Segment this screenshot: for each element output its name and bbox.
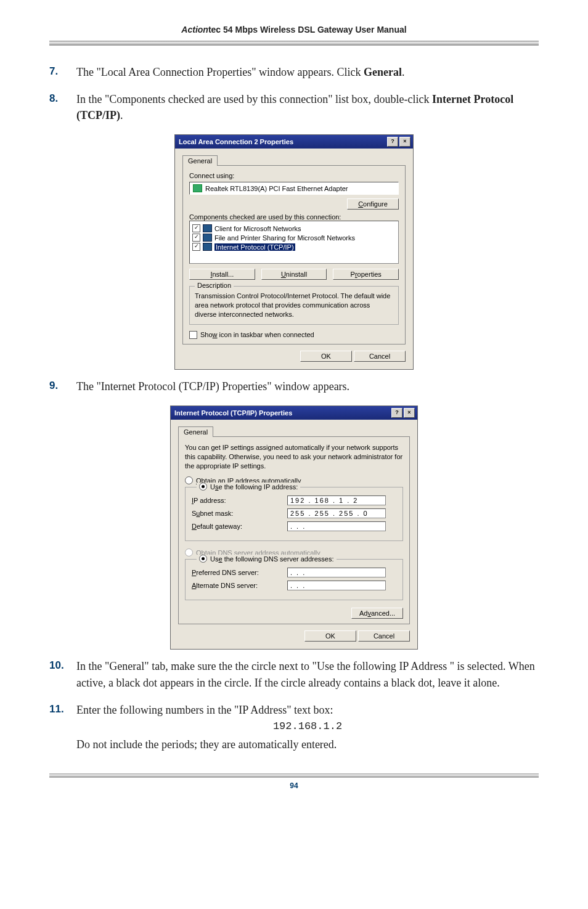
adapter-icon (193, 184, 202, 192)
ip-code: 192.168.1.2 (76, 719, 539, 735)
footer-divider (49, 773, 539, 778)
step-11: 11. Enter the following numbers in the "… (49, 702, 539, 753)
dialog-title: Local Area Connection 2 Properties (179, 138, 386, 145)
step-number: 10. (49, 658, 76, 690)
dialog-title: Internet Protocol (TCP/IP) Properties (174, 409, 390, 417)
advanced-button[interactable]: Advanced... (351, 608, 403, 619)
group-title: Description (195, 282, 234, 289)
adapter-field: Realtek RTL8139(A) PCI Fast Ethernet Ada… (189, 182, 399, 195)
preferred-dns-input[interactable]: . . . (287, 568, 386, 577)
step-number: 11. (49, 702, 76, 753)
checkbox-icon[interactable] (189, 331, 197, 339)
configure-button[interactable]: Configure (347, 198, 399, 210)
lan-properties-dialog: Local Area Connection 2 Properties ? × G… (174, 134, 414, 370)
tcpip-selected: Internet Protocol (TCP/IP) (214, 243, 295, 251)
install-button[interactable]: Install... (189, 269, 255, 280)
description-text: Transmission Control Protocol/Internet P… (195, 291, 393, 319)
step-8: 8. In the "Components checked are used b… (49, 91, 539, 123)
ip-address-input[interactable]: 192 . 168 . 1 . 2 (287, 495, 386, 505)
tcpip-properties-dialog: Internet Protocol (TCP/IP) Properties ? … (170, 406, 418, 650)
step-number: 7. (49, 64, 76, 80)
checkbox-icon[interactable]: ✓ (192, 243, 200, 251)
tcpip-icon (203, 243, 212, 251)
titlebar: Internet Protocol (TCP/IP) Properties ? … (171, 406, 417, 420)
step-number: 8. (49, 91, 76, 123)
header-suffix: tec 54 Mbps Wireless DSL Gateway User Ma… (208, 25, 407, 35)
step-7: 7. The "Local Area Connection Properties… (49, 64, 539, 80)
step-10: 10. In the "General" tab, make sure the … (49, 658, 539, 690)
help-button[interactable]: ? (391, 408, 402, 418)
components-listbox[interactable]: ✓ Client for Microsoft Networks ✓ File a… (189, 221, 399, 264)
manual-header: Actiontec 54 Mbps Wireless DSL Gateway U… (49, 25, 539, 41)
use-dns-group: Use the following DNS server addresses: … (185, 559, 403, 600)
cancel-button[interactable]: Cancel (354, 351, 406, 362)
ok-button[interactable]: OK (304, 630, 356, 642)
default-gateway-input[interactable]: . . . (287, 521, 386, 531)
brand: Action (181, 25, 208, 35)
step-9: 9. The "Internet Protocol (TCP/IP) Prope… (49, 378, 539, 394)
components-label: Components checked are used by this conn… (189, 213, 399, 221)
alternate-dns-input[interactable]: . . . (287, 581, 386, 590)
list-item[interactable]: ✓ Client for Microsoft Networks (192, 224, 396, 233)
step-body: The "Local Area Connection Properties" w… (76, 64, 539, 80)
radio-icon (185, 548, 193, 556)
subnet-mask-input[interactable]: 255 . 255 . 255 . 0 (287, 508, 386, 518)
uninstall-button[interactable]: Uninstall (261, 269, 327, 280)
sharing-icon (203, 234, 212, 242)
adapter-name: Realtek RTL8139(A) PCI Fast Ethernet Ada… (205, 185, 348, 192)
radio-icon[interactable] (199, 483, 207, 491)
step-number: 9. (49, 378, 76, 394)
close-button[interactable]: × (399, 137, 410, 147)
help-button[interactable]: ? (387, 137, 398, 147)
tab-general[interactable]: General (182, 155, 218, 166)
client-icon (203, 224, 212, 232)
close-button[interactable]: × (404, 408, 415, 418)
step-body: In the "General" tab, make sure the the … (76, 658, 539, 690)
properties-button[interactable]: Properties (333, 269, 399, 280)
step-body: Enter the following numbers in the "IP A… (76, 702, 539, 753)
page-number: 94 (49, 781, 539, 790)
use-ip-group: Use the following IP address: IP address… (185, 487, 403, 541)
ok-button[interactable]: OK (300, 351, 352, 362)
header-divider (49, 41, 539, 46)
radio-icon[interactable] (199, 555, 207, 563)
radio-icon[interactable] (185, 476, 193, 484)
step-body: In the "Components checked are used by t… (76, 91, 539, 123)
step-body: The "Internet Protocol (TCP/IP) Properti… (76, 378, 539, 394)
show-icon-row[interactable]: Show icon in taskbar when connected (189, 331, 399, 339)
titlebar: Local Area Connection 2 Properties ? × (175, 135, 413, 149)
list-item[interactable]: ✓ Internet Protocol (TCP/IP) (192, 242, 396, 251)
connect-using-label: Connect using: (189, 172, 399, 179)
ip-blurb: You can get IP settings assigned automat… (185, 443, 403, 471)
checkbox-icon[interactable]: ✓ (192, 234, 200, 242)
description-group: Description Transmission Control Protoco… (189, 286, 399, 325)
tab-general[interactable]: General (178, 426, 213, 437)
cancel-button[interactable]: Cancel (358, 630, 410, 642)
checkbox-icon[interactable]: ✓ (192, 224, 200, 232)
list-item[interactable]: ✓ File and Printer Sharing for Microsoft… (192, 233, 396, 242)
